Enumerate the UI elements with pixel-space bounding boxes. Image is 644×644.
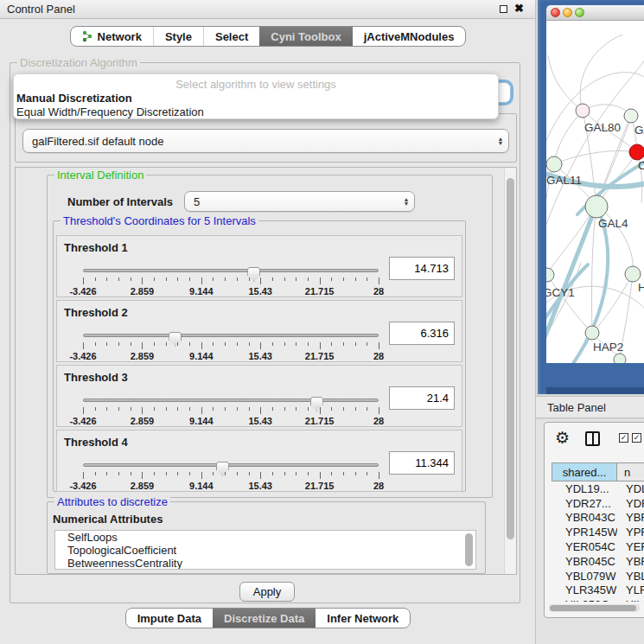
cell-name[interactable]: YBR0 xyxy=(617,511,644,524)
network-node[interactable] xyxy=(629,144,644,160)
slider-track[interactable] xyxy=(83,399,379,402)
threshold-slider[interactable]: -3.4262.8599.14415.4321.71528 xyxy=(83,460,379,489)
table-row[interactable]: YIL052CYIL0 xyxy=(552,597,644,602)
column-header-name[interactable]: n xyxy=(617,462,644,481)
network-node-label: C xyxy=(638,159,644,172)
cell-name[interactable]: YIL0 xyxy=(617,598,644,602)
network-node[interactable] xyxy=(546,156,562,172)
horizontal-scrollbar-thumb[interactable] xyxy=(550,605,636,611)
network-window[interactable]: GAGAL80CGAL11GAL4GCY1HHAP2 xyxy=(538,0,644,394)
slider-ticks xyxy=(83,342,379,350)
table-data-group: Table Data galFiltered.sif default node … xyxy=(15,113,517,163)
table-header-row: shared... n xyxy=(552,462,644,481)
number-of-intervals-combobox[interactable]: 5 ▲▼ xyxy=(184,191,415,212)
network-node[interactable] xyxy=(546,268,554,282)
network-node[interactable] xyxy=(585,326,599,340)
bottom-tab-discretize-data[interactable]: Discretize Data xyxy=(213,609,316,628)
cell-name[interactable]: YBL0 xyxy=(617,570,644,583)
bottom-tab-bar: Impute DataDiscretize DataInfer Network xyxy=(0,608,536,628)
tab-cyni-toolbox[interactable]: Cyni Toolbox xyxy=(259,27,352,46)
cell-name[interactable]: YDL1 xyxy=(617,482,644,495)
network-node[interactable] xyxy=(625,266,641,282)
zoom-traffic-light-icon[interactable] xyxy=(575,8,584,17)
split-view-icon[interactable] xyxy=(585,431,600,446)
option-equal-width-frequency[interactable]: Equal Width/Frequency Discretization xyxy=(16,105,204,118)
checkbox-icon[interactable]: ✓ xyxy=(632,433,641,443)
table-row[interactable]: YPR145WYPR1 xyxy=(552,525,644,539)
attribute-item[interactable]: BetweennessCentrality xyxy=(55,557,475,570)
cell-shared-name[interactable]: YLR345W xyxy=(552,583,617,596)
numerical-attributes-label: Numerical Attributes xyxy=(53,513,163,526)
panel-scrollbar-thumb[interactable] xyxy=(507,178,514,539)
threshold-slider[interactable]: -3.4262.8599.14415.4321.71528 xyxy=(83,395,379,424)
network-node[interactable] xyxy=(585,195,608,218)
threshold-value-field[interactable] xyxy=(389,257,455,280)
network-node-label: GA xyxy=(634,124,644,137)
table-row[interactable]: YER054CYER0 xyxy=(552,539,644,554)
attribute-item[interactable]: SelfLoops xyxy=(55,531,475,544)
cell-name[interactable]: YPR1 xyxy=(617,526,644,539)
cell-shared-name[interactable]: YDL19... xyxy=(552,482,617,495)
cell-shared-name[interactable]: YBR043C xyxy=(552,511,617,524)
network-node[interactable] xyxy=(614,354,626,363)
tab-network[interactable]: Network xyxy=(71,27,153,46)
cell-name[interactable]: YDR2 xyxy=(617,497,644,510)
float-window-icon[interactable] xyxy=(500,5,507,13)
horizontal-scrollbar[interactable] xyxy=(549,604,640,612)
apply-button[interactable]: Apply xyxy=(239,582,295,602)
cell-shared-name[interactable]: YIL052C xyxy=(552,598,617,602)
panel-scrollbar[interactable] xyxy=(504,168,516,574)
tab-select[interactable]: Select xyxy=(203,27,259,46)
slider-track[interactable] xyxy=(83,334,379,337)
slider-track[interactable] xyxy=(83,463,379,467)
threshold-value-field[interactable] xyxy=(389,322,455,345)
table-row[interactable]: YDR27...YDR2 xyxy=(552,496,644,511)
cell-shared-name[interactable]: YER054C xyxy=(552,540,617,553)
tab-label: Style xyxy=(165,30,192,43)
table-row[interactable]: YDL19...YDL1 xyxy=(552,481,644,496)
bottom-tab-impute-data[interactable]: Impute Data xyxy=(126,609,213,628)
cell-shared-name[interactable]: YDR27... xyxy=(552,497,617,510)
threshold-value-field[interactable] xyxy=(389,451,455,475)
slider-ticks xyxy=(83,472,379,480)
threshold-slider[interactable]: -3.4262.8599.14415.4321.71528 xyxy=(83,265,379,295)
table-row[interactable]: YBL079WYBL0 xyxy=(552,569,644,583)
cell-name[interactable]: YBR0 xyxy=(617,555,644,568)
threshold-panel: Threshold 2 -3.4262.8599.14415.4321.7152… xyxy=(56,300,462,362)
gear-icon[interactable]: ⚙ xyxy=(555,428,570,448)
tab-label: Network xyxy=(98,30,142,43)
network-window-titlebar[interactable] xyxy=(546,5,644,21)
network-canvas[interactable]: GAGAL80CGAL11GAL4GCY1HHAP2 xyxy=(546,21,644,363)
settings-scrollpanel: Interval Definition Number of Intervals … xyxy=(15,167,517,575)
attributes-title: Attributes to discretize xyxy=(54,495,170,508)
table-row[interactable]: YLR345WYLR3 xyxy=(552,583,644,598)
network-node[interactable] xyxy=(624,109,638,123)
checkbox-icon[interactable]: ✓ xyxy=(619,433,628,443)
threshold-value-field[interactable] xyxy=(389,386,455,410)
cell-shared-name[interactable]: YPR145W xyxy=(552,526,617,539)
table-data-combobox[interactable]: galFiltered.sif default node ▲▼ xyxy=(22,129,509,153)
minimize-traffic-light-icon[interactable] xyxy=(563,8,572,17)
cell-name[interactable]: YLR3 xyxy=(617,583,644,596)
table-row[interactable]: YBR043CYBR0 xyxy=(552,511,644,526)
cell-shared-name[interactable]: YBR045C xyxy=(552,555,617,568)
top-tab-bar: NetworkStyleSelectCyni ToolboxjActiveMNo… xyxy=(0,26,536,47)
option-manual-discretization[interactable]: Manual Discretization xyxy=(16,92,132,105)
tab-style[interactable]: Style xyxy=(153,27,203,46)
table-row[interactable]: YBR045CYBR0 xyxy=(552,554,644,569)
close-icon[interactable]: ✖ xyxy=(514,2,524,15)
tab-jactivemnodules[interactable]: jActiveMNodules xyxy=(353,27,466,46)
close-traffic-light-icon[interactable] xyxy=(551,8,560,17)
cell-shared-name[interactable]: YBL079W xyxy=(552,570,617,583)
cell-name[interactable]: YER0 xyxy=(617,540,644,553)
column-header-shared[interactable]: shared... xyxy=(552,462,617,481)
bottom-tab-infer-network[interactable]: Infer Network xyxy=(316,609,410,628)
number-of-intervals-label: Number of Intervals xyxy=(67,195,173,208)
network-node[interactable] xyxy=(576,104,590,118)
slider-track[interactable] xyxy=(83,269,379,272)
attribute-item[interactable]: TopologicalCoefficient xyxy=(55,544,475,557)
numerical-attributes-list[interactable]: SelfLoopsTopologicalCoefficientBetweenne… xyxy=(54,530,476,570)
threshold-slider[interactable]: -3.4262.8599.14415.4321.71528 xyxy=(83,330,379,360)
slider-tick-labels: -3.4262.8599.14415.4321.71528 xyxy=(83,286,379,296)
list-scrollbar[interactable] xyxy=(465,533,473,566)
